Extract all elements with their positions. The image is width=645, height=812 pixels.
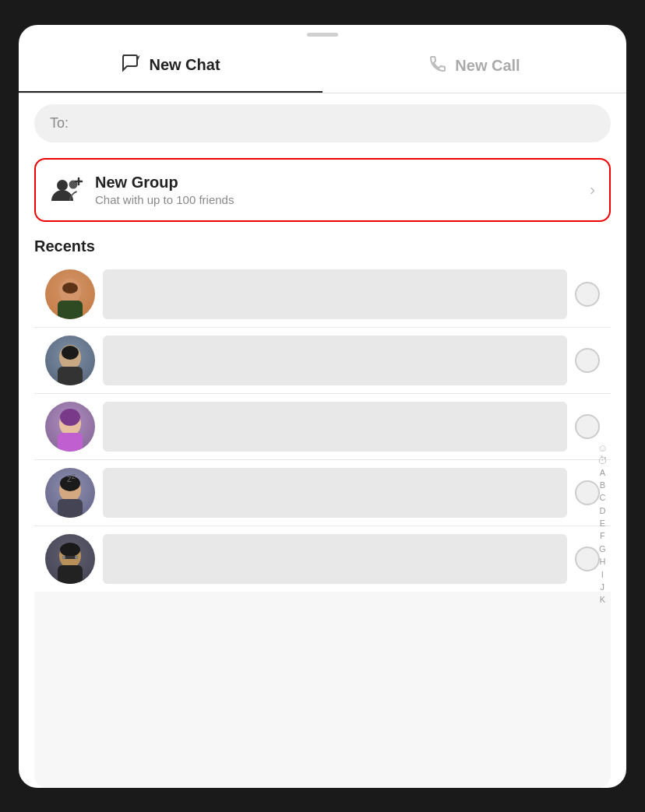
new-group-icon: [50, 176, 84, 204]
recents-list-container: z z: [34, 262, 611, 788]
alpha-E[interactable]: E: [597, 518, 608, 529]
avatar: [45, 336, 95, 385]
alpha-J[interactable]: J: [597, 582, 608, 593]
to-field-container: To:: [19, 93, 626, 153]
svg-point-8: [62, 346, 79, 360]
contact-name-area: [103, 534, 567, 584]
svg-point-0: [57, 180, 68, 191]
contact-name-area: [103, 336, 567, 385]
alpha-A[interactable]: A: [597, 467, 608, 479]
avatar: [45, 402, 95, 452]
list-item[interactable]: [34, 394, 611, 460]
phone-container: New Chat New Call To:: [0, 0, 645, 812]
svg-point-19: [60, 543, 80, 557]
select-radio[interactable]: [575, 480, 600, 505]
contact-name-area: [103, 468, 567, 518]
tab-new-call[interactable]: New Call: [322, 40, 626, 93]
recents-header: Recents: [19, 227, 626, 262]
svg-point-22: [75, 556, 78, 559]
contact-name-area: [103, 402, 567, 452]
avatar: [45, 534, 95, 584]
alpha-K[interactable]: K: [597, 595, 608, 606]
alpha-C[interactable]: C: [597, 493, 608, 504]
phone-icon: [428, 54, 447, 78]
select-radio[interactable]: [575, 414, 600, 439]
chevron-right-icon: ›: [590, 181, 595, 199]
tab-new-chat[interactable]: New Chat: [19, 40, 322, 93]
new-call-label: New Call: [455, 57, 520, 75]
emoji-index-icon[interactable]: ☺: [597, 442, 608, 454]
drag-handle: [307, 33, 338, 37]
new-chat-label: New Chat: [149, 56, 220, 74]
svg-text:z: z: [72, 472, 76, 480]
alpha-G[interactable]: G: [597, 543, 608, 555]
recent-index-icon[interactable]: ⏱: [597, 455, 608, 466]
list-item[interactable]: [34, 262, 611, 328]
select-radio[interactable]: [575, 348, 600, 373]
chat-icon: [121, 54, 141, 77]
tab-bar: New Chat New Call: [19, 40, 626, 93]
svg-rect-12: [58, 433, 83, 452]
svg-rect-9: [58, 367, 83, 385]
to-field[interactable]: To:: [34, 104, 611, 142]
contact-name-area: [103, 269, 567, 319]
new-group-title: New Group: [95, 174, 590, 192]
alpha-B[interactable]: B: [597, 480, 608, 491]
list-item[interactable]: [34, 328, 611, 394]
list-item[interactable]: z z: [34, 460, 611, 526]
select-radio[interactable]: [575, 282, 600, 307]
alpha-D[interactable]: D: [597, 505, 608, 517]
svg-rect-6: [58, 301, 83, 319]
svg-rect-23: [58, 565, 83, 584]
alpha-index: ☺ ⏱ A B C D E F G H I J K: [597, 442, 608, 606]
avatar: z z: [45, 468, 95, 518]
app-sheet: New Chat New Call To:: [19, 25, 626, 788]
svg-point-5: [62, 283, 78, 294]
alpha-F[interactable]: F: [597, 531, 608, 543]
list-item[interactable]: [34, 526, 611, 592]
new-group-text: New Group Chat with up to 100 friends: [95, 174, 590, 206]
svg-rect-17: [58, 499, 83, 518]
to-label: To:: [50, 115, 69, 132]
new-group-card[interactable]: New Group Chat with up to 100 friends ›: [34, 158, 611, 222]
alpha-I[interactable]: I: [597, 569, 608, 581]
alpha-H[interactable]: H: [597, 557, 608, 568]
svg-point-21: [62, 556, 65, 559]
new-group-subtitle: Chat with up to 100 friends: [95, 193, 590, 206]
recents-list: z z: [34, 262, 611, 788]
select-radio[interactable]: [575, 547, 600, 571]
avatar: [45, 269, 95, 319]
